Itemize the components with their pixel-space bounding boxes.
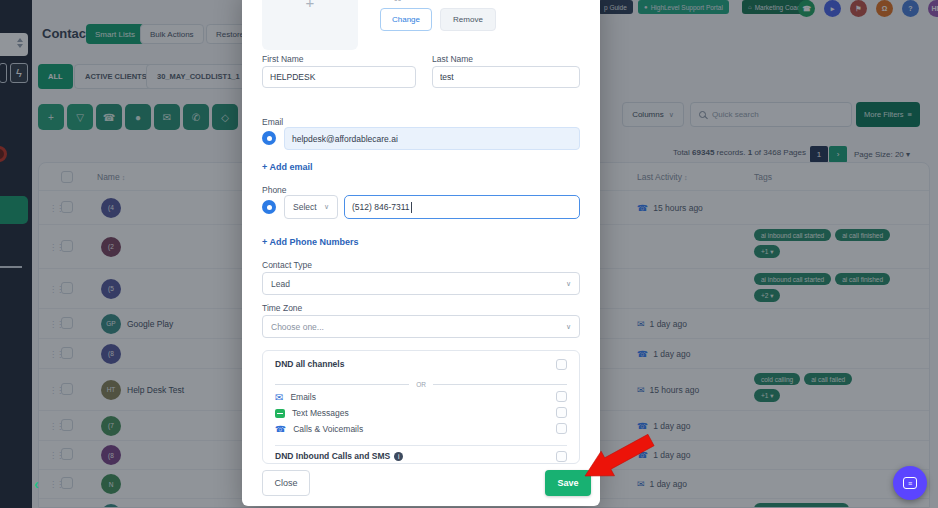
dnd-channel-checkbox[interactable] [556,423,567,434]
add-email-link[interactable]: + Add email [262,162,312,172]
first-name-field[interactable] [262,66,416,88]
email-label: Email [262,117,283,127]
phone-label: Phone [262,185,287,195]
dnd-panel: DND all channels OR ✉EmailsText Messages… [262,350,580,464]
last-name-field[interactable] [432,66,580,88]
sidebar-collapse-arrow[interactable]: ‹ [34,476,39,492]
edit-contact-modal: + no bigger than 2.5MB Change Remove Fir… [242,0,600,506]
email-icon: ✉ [275,392,283,403]
change-photo-button[interactable]: Change [380,8,432,31]
remove-photo-button[interactable]: Remove [440,8,496,31]
dnd-channel-checkbox[interactable] [556,391,567,402]
annotation-arrow [578,428,660,482]
dnd-divider [275,445,567,446]
dnd-channel-email: ✉Emails [275,391,316,403]
dnd-all-checkbox[interactable] [556,359,567,370]
email-field[interactable]: helpdesk@affordablecare.ai [284,127,580,150]
phone-type-select[interactable]: Select ∨ [284,195,338,219]
support-chat-widget[interactable]: ≡ [893,466,927,500]
text-cursor [411,202,412,213]
chevron-down-icon: ∨ [324,203,329,211]
call-icon: ☎ [275,424,286,434]
last-name-label: Last Name [432,54,473,64]
chat-bubble-icon: ≡ [903,477,917,489]
dnd-inbound-checkbox[interactable] [556,451,567,462]
dnd-channel-label: Emails [290,392,316,402]
timezone-select[interactable]: Choose one... ∨ [262,315,580,338]
profile-photo-dropzone[interactable]: + [262,0,358,50]
first-name-label: First Name [262,54,304,64]
chevron-down-icon: ∨ [566,280,571,288]
sms-icon [275,409,285,418]
dnd-channel-checkbox[interactable] [556,407,567,418]
dnd-channel-call: ☎Calls & Voicemails [275,423,363,435]
dnd-channel-label: Text Messages [292,408,349,418]
info-icon: i [394,452,403,461]
phone-field[interactable]: (512) 846-7311 [344,195,580,219]
chevron-down-icon: ∨ [566,323,571,331]
dnd-channel-sms: Text Messages [275,407,349,419]
add-phone-link[interactable]: + Add Phone Numbers [262,237,358,247]
dnd-channel-label: Calls & Voicemails [293,424,363,434]
timezone-label: Time Zone [262,303,302,313]
contact-type-select[interactable]: Lead ∨ [262,272,580,295]
plus-icon: + [306,0,315,50]
close-button[interactable]: Close [262,470,310,496]
dnd-all-label: DND all channels [275,359,344,369]
primary-email-radio[interactable] [262,131,276,145]
primary-phone-radio[interactable] [262,200,276,214]
contact-type-label: Contact Type [262,260,312,270]
or-divider: OR [275,381,567,388]
dnd-inbound-label: DND Inbound Calls and SMS i [275,451,403,461]
